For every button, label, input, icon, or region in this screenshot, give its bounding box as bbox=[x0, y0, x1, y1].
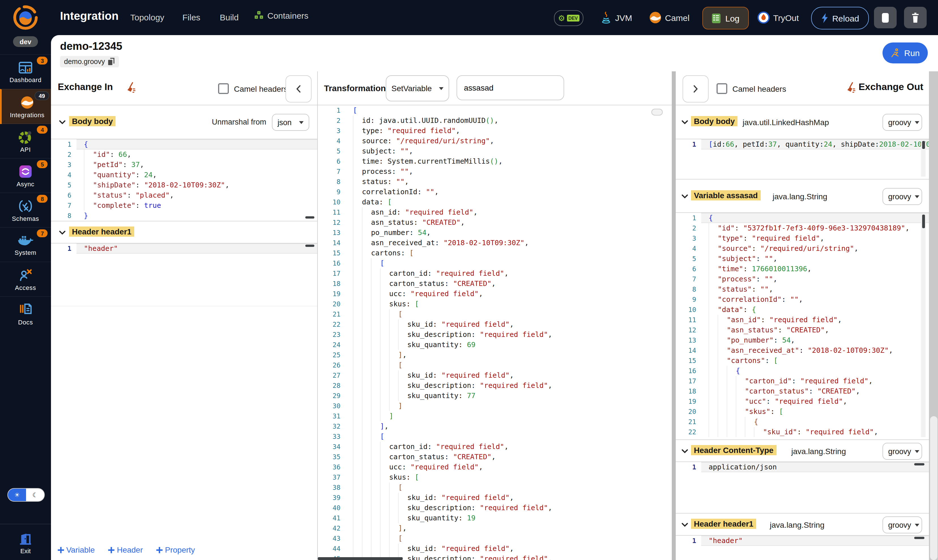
sidebar-item-api[interactable]: API 4 bbox=[0, 123, 51, 158]
code-token: , bbox=[510, 320, 514, 328]
scrollbar-thumb[interactable] bbox=[318, 557, 403, 560]
run-button[interactable]: Run bbox=[883, 43, 928, 63]
code-token: , bbox=[889, 346, 893, 354]
scrollbar-thumb[interactable] bbox=[914, 463, 924, 465]
indent-guide bbox=[371, 492, 380, 503]
add-variable-button[interactable]: Variable bbox=[58, 545, 95, 554]
code-token: "required field" bbox=[441, 320, 510, 328]
body-in-editor[interactable]: 1{2"id": 66,3"petId": 37,4"quantity": 24… bbox=[51, 139, 317, 221]
header1-section-header[interactable]: Header header1 bbox=[51, 221, 317, 243]
indent-guide bbox=[380, 523, 389, 533]
header1-in-editor[interactable]: 1"header" bbox=[51, 243, 317, 306]
tryout-flame-icon bbox=[757, 11, 770, 24]
indent-guide bbox=[398, 513, 407, 523]
variable-name-input[interactable] bbox=[456, 75, 564, 100]
schemas-count-badge: 8 bbox=[37, 195, 48, 203]
panel-divider[interactable] bbox=[672, 71, 676, 560]
code-token: : bbox=[756, 254, 764, 263]
code-token: true bbox=[144, 201, 161, 209]
delete-button[interactable] bbox=[904, 7, 927, 28]
jvm-label: JVM bbox=[615, 13, 632, 22]
indent-guide bbox=[362, 523, 371, 533]
theme-toggle[interactable]: ☀ ☾ bbox=[8, 488, 45, 502]
indent-guide bbox=[389, 350, 398, 360]
collapse-right-button[interactable] bbox=[682, 75, 709, 103]
clean-broom-icon[interactable] bbox=[126, 82, 136, 94]
collapse-left-button[interactable] bbox=[285, 75, 311, 103]
reload-button[interactable]: Reload bbox=[811, 7, 869, 29]
header1-out-label: Header header1 bbox=[691, 518, 756, 529]
jvm-button[interactable]: JVM bbox=[601, 11, 632, 24]
scrollbar-thumb[interactable] bbox=[922, 141, 925, 149]
indent-guide bbox=[371, 319, 380, 329]
header1-out-section-header[interactable]: Header header1 java.lang.String groovy bbox=[676, 513, 929, 535]
transformation-editor[interactable]: 1[2id: java.util.UUID.randomUUID(),3type… bbox=[318, 105, 672, 560]
camel-button[interactable]: Camel bbox=[649, 11, 690, 24]
tab-topology[interactable]: Topology bbox=[130, 12, 164, 22]
copy-icon bbox=[108, 58, 115, 66]
page-scrollbar[interactable] bbox=[929, 71, 938, 560]
indent-guide bbox=[380, 401, 389, 411]
stop-button[interactable] bbox=[874, 7, 896, 28]
code-token: ucc: bbox=[389, 463, 410, 471]
sidebar-item-system[interactable]: System 7 bbox=[0, 227, 51, 262]
tryout-button[interactable]: TryOut bbox=[757, 11, 799, 24]
content-type-lang-select[interactable]: groovy bbox=[883, 443, 922, 460]
header1-lang-select[interactable]: groovy bbox=[883, 516, 922, 533]
add-header-button[interactable]: Header bbox=[108, 545, 143, 554]
sidebar-item-dashboard[interactable]: Dashboard 3 bbox=[0, 54, 51, 89]
line-number: 40 bbox=[318, 503, 345, 513]
page-scrollbar-thumb[interactable] bbox=[930, 416, 937, 560]
clean-broom-icon[interactable] bbox=[846, 82, 856, 94]
log-button[interactable]: Log bbox=[702, 7, 749, 29]
scrollbar-thumb[interactable] bbox=[914, 537, 924, 539]
sidebar-item-exit[interactable]: Exit bbox=[0, 526, 51, 558]
code-token: "" bbox=[426, 188, 434, 196]
code-token: type: bbox=[362, 126, 387, 135]
variable-section-header[interactable]: Variable assasad java.lang.String groovy bbox=[676, 179, 929, 213]
sidebar-item-access[interactable]: Access bbox=[0, 262, 51, 297]
line-number: 27 bbox=[318, 370, 345, 380]
variable-editor[interactable]: 1{2"id": "5372fb1f-7ef3-40f9-96e3-132970… bbox=[676, 213, 929, 440]
sidebar-item-label: Dashboard bbox=[9, 77, 42, 83]
code-token: "required field" bbox=[387, 126, 456, 135]
sidebar-item-schemas[interactable]: Schemas 8 bbox=[0, 192, 51, 228]
file-name-chip[interactable]: demo.groovy bbox=[60, 56, 119, 68]
line-number: 17 bbox=[676, 376, 701, 386]
indent-guide bbox=[380, 442, 389, 452]
camel-headers-checkbox-out[interactable] bbox=[716, 83, 727, 94]
line-number: 22 bbox=[676, 427, 701, 437]
add-property-button[interactable]: Property bbox=[157, 545, 195, 554]
indent-guide bbox=[380, 503, 389, 513]
tab-files[interactable]: Files bbox=[182, 12, 200, 22]
content-type-editor[interactable]: 1application/json bbox=[676, 462, 929, 514]
code-line: 13"po_number": 54, bbox=[676, 335, 929, 345]
indent-guide bbox=[727, 366, 736, 376]
variable-lang-select[interactable]: groovy bbox=[883, 188, 922, 205]
body-out-section-header[interactable]: Body body java.util.LinkedHashMap groovy bbox=[676, 105, 929, 139]
content-type-section-header[interactable]: Header Content-Type java.lang.String gro… bbox=[676, 439, 929, 462]
code-token: , bbox=[843, 397, 847, 405]
scrollbar-thumb[interactable] bbox=[305, 216, 314, 218]
body-out-editor[interactable]: 1[id:66, petId:37, quantity:24, shipDate… bbox=[676, 139, 929, 180]
scrollbar-thumb[interactable] bbox=[305, 245, 314, 247]
body-lang-select[interactable]: groovy bbox=[883, 114, 922, 131]
sidebar-item-integrations[interactable]: Integrations 49 bbox=[0, 89, 53, 124]
camel-label: Camel bbox=[665, 13, 690, 22]
sidebar-item-docs[interactable]: Docs bbox=[0, 296, 51, 331]
operation-select[interactable]: SetVariable bbox=[386, 75, 449, 102]
sidebar-item-async[interactable]: Async 5 bbox=[0, 158, 51, 193]
code-token: 37 bbox=[131, 160, 140, 169]
tab-containers[interactable]: Containers bbox=[254, 10, 308, 20]
scrollbar-thumb[interactable] bbox=[652, 109, 663, 115]
header1-out-editor[interactable]: 1"header" bbox=[676, 535, 929, 560]
camel-headers-checkbox[interactable] bbox=[218, 83, 229, 94]
code-token: "required field" bbox=[752, 234, 820, 242]
indent-guide bbox=[718, 315, 727, 325]
unmarshal-format-select[interactable]: json bbox=[272, 114, 309, 131]
body-section-header[interactable]: Body body Unmarshal from json bbox=[51, 105, 317, 139]
line-number: 7 bbox=[318, 166, 345, 177]
tab-build[interactable]: Build bbox=[220, 12, 239, 22]
dev-settings-button[interactable]: ⚙ DEV bbox=[554, 10, 584, 26]
scrollbar-thumb[interactable] bbox=[922, 215, 925, 228]
